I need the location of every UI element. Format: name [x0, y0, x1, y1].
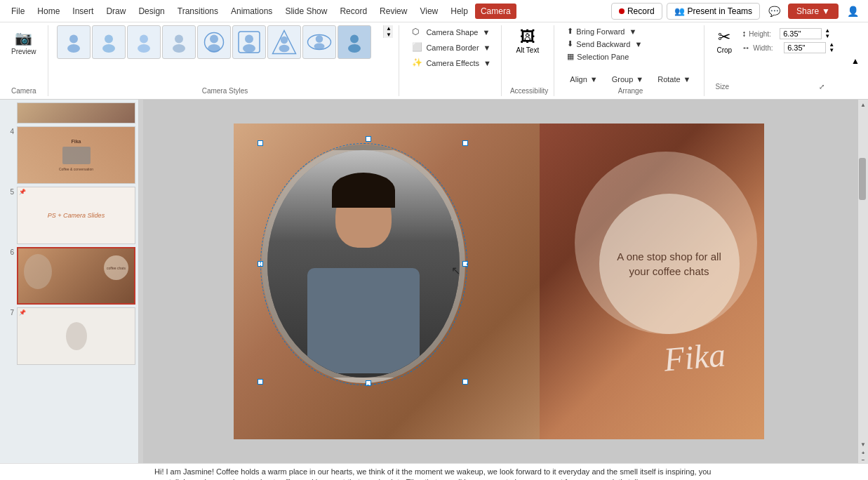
notes-text-area: Hi! I am Jasmine! Coffee holds a warm pl…	[0, 463, 868, 480]
share-button[interactable]: Share ▼	[788, 4, 839, 19]
width-icon: ↔	[742, 43, 750, 53]
size-label: Size	[716, 81, 729, 92]
svg-point-18	[315, 35, 323, 43]
rotate-button[interactable]: Rotate ▼	[653, 74, 695, 85]
camera-feed-circle[interactable]	[262, 145, 465, 383]
slide-panel: 4 📌 Fika Coffee & conversation 5 📌 PS + …	[0, 100, 139, 463]
canvas-scroll-up[interactable]: ▲	[858, 100, 868, 109]
bring-forward-button[interactable]: ⬆ Bring Forward ▼	[563, 25, 641, 37]
menu-camera[interactable]: Camera	[475, 4, 516, 19]
selection-handle-tc[interactable]	[366, 136, 371, 142]
svg-point-3	[102, 44, 115, 53]
menu-review[interactable]: Review	[374, 4, 413, 19]
menu-help[interactable]: Help	[445, 4, 474, 19]
camera-style-7[interactable]	[267, 25, 301, 59]
present-teams-button[interactable]: 👥 Present in Teams	[667, 3, 761, 20]
selection-handle-bl[interactable]	[258, 379, 263, 385]
menu-view[interactable]: View	[414, 4, 443, 19]
ribbon-collapse-button[interactable]: ▲	[848, 25, 862, 96]
slide6-content-thumb: coffee chats	[18, 248, 134, 303]
width-input[interactable]	[784, 42, 826, 53]
group-button[interactable]: Group ▼	[608, 74, 648, 85]
size-expand-icon[interactable]: ⤢	[812, 76, 832, 96]
left-separator	[139, 100, 143, 463]
camera-style-9[interactable]	[338, 25, 371, 59]
camera-style-5[interactable]	[197, 25, 231, 59]
border-dropdown-icon: ▼	[483, 44, 491, 52]
send-backward-button[interactable]: ⬇ Send Backward ▼	[563, 38, 646, 50]
slide-img-6[interactable]: 📌 coffee chats	[17, 247, 135, 305]
camera-style-6[interactable]	[232, 25, 266, 59]
selection-handle-tr[interactable]	[462, 140, 468, 146]
slide-canvas[interactable]: A one stop shop for all your coffee chat…	[234, 124, 764, 439]
svg-point-6	[175, 35, 183, 44]
selection-handle-tl[interactable]	[258, 140, 263, 146]
menu-design[interactable]: Design	[133, 4, 170, 19]
height-icon: ↕	[742, 29, 746, 39]
menu-slideshow[interactable]: Slide Show	[279, 4, 333, 19]
camera-style-2[interactable]	[92, 25, 126, 59]
selection-pane-icon: ▦	[567, 52, 574, 61]
selection-handle-ml[interactable]	[258, 261, 263, 267]
slide-thumb-5[interactable]: 5 📌 PS + Camera Slides	[3, 187, 135, 244]
menu-transitions[interactable]: Transitions	[172, 4, 224, 19]
slide-thumb-7[interactable]: 7 📌	[3, 307, 135, 365]
group-label: Group	[612, 75, 634, 84]
camera-style-8[interactable]	[302, 25, 336, 59]
width-label: Width:	[753, 44, 781, 52]
slide-img-4[interactable]: 📌 Fika Coffee & conversation	[17, 126, 135, 184]
record-button[interactable]: Record	[611, 3, 662, 20]
crop-button[interactable]: ✂ Crop	[713, 25, 737, 57]
menu-home[interactable]: Home	[32, 4, 65, 19]
camera-style-3[interactable]	[127, 25, 161, 59]
selection-pane-button[interactable]: ▦ Selection Pane	[563, 51, 633, 62]
scroll-up-icon: ▲	[386, 25, 392, 32]
person-hair	[332, 173, 395, 208]
selection-handle-bc[interactable]	[366, 380, 371, 386]
camera-group-label: Camera	[6, 86, 42, 96]
menu-record[interactable]: Record	[334, 4, 373, 19]
ribbon-group-camera-styles: ▲ ▼ Camera Styles	[57, 25, 400, 96]
slide-img-5[interactable]: 📌 PS + Camera Slides	[17, 187, 135, 244]
slide-num-5: 5	[3, 187, 14, 196]
slide7-content	[18, 308, 135, 364]
svg-point-9	[210, 35, 218, 44]
ribbon-group-shape: ⬡ Camera Shape ▼ ⬜ Camera Border ▼ ✨ Cam…	[408, 25, 502, 96]
preview-button[interactable]: 📷 Preview	[6, 25, 42, 60]
camera-shape-button[interactable]: ⬡ Camera Shape ▼	[408, 25, 494, 39]
canvas-scroll-down[interactable]: ▼	[858, 439, 868, 449]
canvas-area: ▲ ▼ + −	[139, 100, 868, 463]
align-button[interactable]: Align ▼	[566, 74, 601, 85]
alt-text-button[interactable]: 🖼 Alt Text	[510, 25, 545, 57]
svg-point-2	[105, 35, 113, 44]
camera-style-4[interactable]	[162, 25, 196, 59]
send-backward-label: Send Backward	[576, 40, 630, 48]
comments-icon[interactable]: 💬	[764, 1, 784, 21]
slide-thumb-4[interactable]: 4 📌 Fika Coffee & conversation	[3, 126, 135, 184]
user-icon[interactable]: 👤	[843, 1, 862, 21]
canvas-scroll-extra: + −	[858, 449, 868, 463]
height-down-icon[interactable]: ▼	[824, 34, 830, 39]
align-label: Align	[570, 75, 587, 84]
menu-draw[interactable]: Draw	[100, 4, 131, 19]
record-label: Record	[627, 6, 655, 16]
slide-thumb-6[interactable]: 6 📌 coffee chats	[3, 247, 135, 305]
camera-effects-button[interactable]: ✨ Camera Effects ▼	[408, 56, 495, 70]
ribbon-group-camera: 📷 Preview Camera	[6, 25, 48, 96]
menu-animations[interactable]: Animations	[225, 4, 278, 19]
slide-thumb-partial-top	[3, 102, 135, 124]
styles-scroll-button[interactable]: ▲ ▼	[383, 25, 393, 38]
camera-border-button[interactable]: ⬜ Camera Border ▼	[408, 41, 495, 55]
selection-handle-br[interactable]	[462, 379, 468, 385]
menu-file[interactable]: File	[6, 4, 30, 19]
shape-icon: ⬡	[412, 27, 423, 38]
svg-point-13	[243, 44, 255, 53]
width-down-icon[interactable]: ▼	[829, 48, 834, 53]
notes-content: Hi! I am Jasmine! Coffee holds a warm pl…	[154, 467, 711, 480]
canvas-scroll-thumb[interactable]	[859, 158, 866, 200]
height-input[interactable]	[780, 28, 822, 39]
camera-style-1[interactable]	[57, 25, 91, 59]
menu-insert[interactable]: Insert	[67, 4, 99, 19]
slide-img-7[interactable]: 📌	[17, 307, 135, 365]
selection-handle-mr[interactable]	[462, 261, 468, 267]
